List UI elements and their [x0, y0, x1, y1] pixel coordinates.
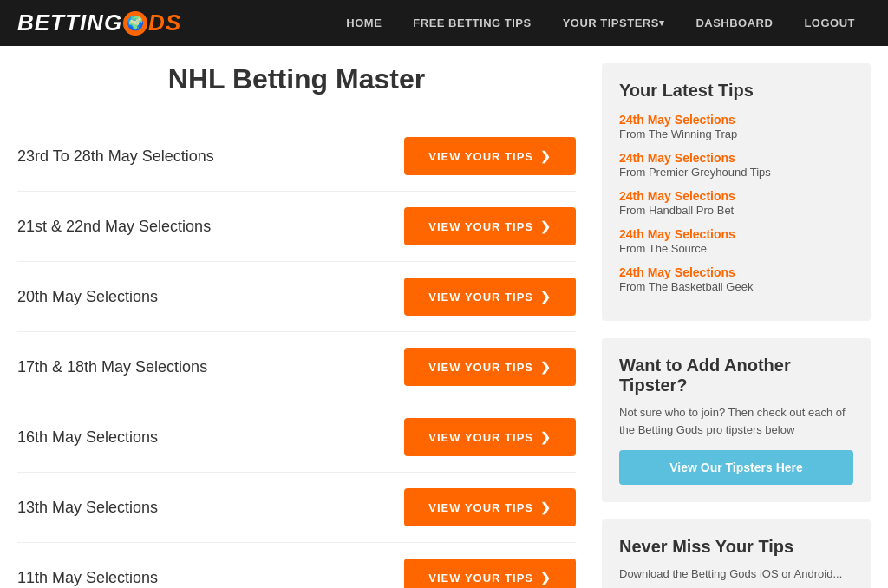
add-tipster-text: Not sure who to join? Then check out eac…: [619, 404, 853, 438]
chevron-right-icon: ❯: [540, 571, 552, 585]
table-row: 23rd To 28th May Selections VIEW YOUR TI…: [17, 121, 576, 192]
view-tipsters-button[interactable]: View Our Tipsters Here: [619, 450, 853, 485]
latest-tip-link-2[interactable]: 24th May Selections: [619, 189, 853, 203]
list-item: 24th May Selections From Handball Pro Be…: [619, 189, 853, 217]
list-item: 24th May Selections From Premier Greyhou…: [619, 151, 853, 179]
never-miss-title: Never Miss Your Tips: [619, 537, 853, 557]
latest-tip-link-0[interactable]: 24th May Selections: [619, 113, 853, 127]
list-item: 24th May Selections From The Source: [619, 227, 853, 255]
tip-label: 21st & 22nd May Selections: [17, 218, 211, 236]
latest-tip-link-3[interactable]: 24th May Selections: [619, 227, 853, 241]
chevron-right-icon: ❯: [540, 430, 552, 444]
logo: BETTING 🌍 DS: [17, 10, 181, 36]
tip-label: 11th May Selections: [17, 569, 158, 587]
table-row: 20th May Selections VIEW YOUR TIPS ❯: [17, 262, 576, 332]
view-tips-button-5[interactable]: VIEW YOUR TIPS ❯: [404, 488, 576, 526]
navbar: BETTING 🌍 DS HOME FREE BETTING TIPS YOUR…: [0, 0, 888, 46]
logo-betting-text: BETTING: [17, 10, 122, 36]
nav-logout[interactable]: LOGOUT: [788, 0, 871, 46]
nav-your-tipsters[interactable]: YOUR TIPSTERS: [547, 0, 681, 46]
tip-label: 16th May Selections: [17, 428, 158, 447]
list-item: 24th May Selections From The Basketball …: [619, 265, 853, 293]
logo-gods-text: DS: [148, 10, 181, 36]
never-miss-text: Download the Betting Gods iOS or Android…: [619, 565, 853, 583]
chevron-right-icon: ❯: [540, 290, 552, 304]
tip-label: 13th May Selections: [17, 499, 158, 517]
nav-links: HOME FREE BETTING TIPS YOUR TIPSTERS DAS…: [330, 0, 871, 46]
latest-tip-link-1[interactable]: 24th May Selections: [619, 151, 853, 165]
chevron-right-icon: ❯: [540, 360, 552, 374]
add-tipster-card: Want to Add Another Tipster? Not sure wh…: [602, 338, 871, 502]
view-tips-button-6[interactable]: VIEW YOUR TIPS ❯: [404, 559, 576, 588]
logo-globe-icon: 🌍: [123, 11, 147, 36]
chevron-right-icon: ❯: [540, 500, 552, 514]
latest-tip-link-4[interactable]: 24th May Selections: [619, 265, 853, 279]
list-item: 24th May Selections From The Winning Tra…: [619, 113, 853, 140]
add-tipster-title: Want to Add Another Tipster?: [619, 356, 853, 395]
page-title: NHL Betting Master: [17, 63, 576, 95]
nav-free-betting-tips[interactable]: FREE BETTING TIPS: [397, 0, 546, 46]
latest-tip-from-0: From The Winning Trap: [619, 127, 737, 140]
table-row: 13th May Selections VIEW YOUR TIPS ❯: [17, 473, 576, 543]
tip-label: 20th May Selections: [17, 288, 158, 306]
tip-label: 17th & 18th May Selections: [17, 358, 207, 376]
view-tips-button-2[interactable]: VIEW YOUR TIPS ❯: [404, 278, 576, 316]
table-row: 21st & 22nd May Selections VIEW YOUR TIP…: [17, 192, 576, 262]
view-tips-button-0[interactable]: VIEW YOUR TIPS ❯: [404, 137, 576, 175]
view-tips-button-1[interactable]: VIEW YOUR TIPS ❯: [404, 207, 576, 245]
latest-tip-from-1: From Premier Greyhound Tips: [619, 166, 771, 179]
tip-label: 23rd To 28th May Selections: [17, 147, 214, 166]
latest-tips-card: Your Latest Tips 24th May Selections Fro…: [602, 63, 871, 321]
view-tips-button-4[interactable]: VIEW YOUR TIPS ❯: [404, 418, 576, 456]
latest-tip-from-2: From Handball Pro Bet: [619, 204, 734, 217]
page-content: NHL Betting Master 23rd To 28th May Sele…: [0, 46, 888, 588]
latest-tip-from-3: From The Source: [619, 242, 707, 255]
never-miss-card: Never Miss Your Tips Download the Bettin…: [602, 519, 871, 588]
main-section: NHL Betting Master 23rd To 28th May Sele…: [17, 63, 602, 588]
table-row: 16th May Selections VIEW YOUR TIPS ❯: [17, 402, 576, 473]
table-row: 17th & 18th May Selections VIEW YOUR TIP…: [17, 332, 576, 402]
nav-home[interactable]: HOME: [330, 0, 397, 46]
chevron-right-icon: ❯: [540, 149, 552, 163]
table-row: 11th May Selections VIEW YOUR TIPS ❯: [17, 543, 576, 588]
sidebar: Your Latest Tips 24th May Selections Fro…: [602, 63, 871, 588]
view-tips-button-3[interactable]: VIEW YOUR TIPS ❯: [404, 348, 576, 386]
chevron-right-icon: ❯: [540, 219, 552, 233]
nav-dashboard[interactable]: DASHBOARD: [680, 0, 788, 46]
latest-tips-title: Your Latest Tips: [619, 81, 853, 101]
latest-tip-from-4: From The Basketball Geek: [619, 280, 753, 293]
